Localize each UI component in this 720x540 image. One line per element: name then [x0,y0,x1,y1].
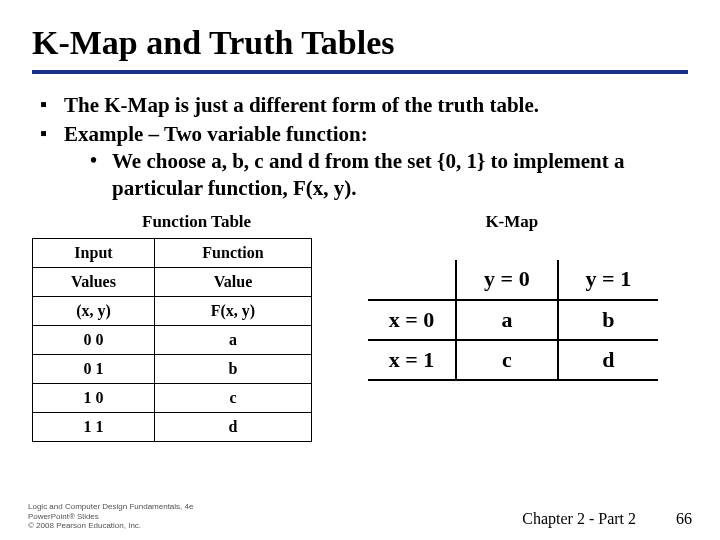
func-xy: 1 0 [33,383,155,412]
table-row: 0 0 a [33,325,312,354]
copyright-block: Logic and Computer Design Fundamentals, … [28,502,193,530]
bullet-2-text: Example – Two variable function: [64,122,368,146]
func-f: c [154,383,311,412]
func-h2a: Values [33,267,155,296]
kmap-blank [368,260,456,300]
function-table-label: Function Table [142,212,251,232]
bullet-2: Example – Two variable function: We choo… [40,121,688,202]
footer-right: Chapter 2 - Part 2 66 [522,510,692,528]
copyright-line: Logic and Computer Design Fundamentals, … [28,502,193,511]
func-xy: 1 1 [33,412,155,441]
copyright-line: © 2008 Pearson Education, Inc. [28,521,193,530]
kmap-y1: y = 1 [558,260,658,300]
func-h3a: (x, y) [33,296,155,325]
copyright-line: PowerPoint® Slides [28,512,193,521]
func-h2b: Value [154,267,311,296]
kmap-cell: c [456,340,558,380]
table-row: 1 1 d [33,412,312,441]
function-table: Input Function Values Value (x, y) F(x, … [32,238,312,442]
func-h3b: F(x, y) [154,296,311,325]
slide-title: K-Map and Truth Tables [32,24,688,62]
bullet-1: The K-Map is just a different form of th… [40,92,688,119]
table-row: 0 1 b [33,354,312,383]
kmap-cell: d [558,340,658,380]
func-h1a: Input [33,238,155,267]
func-f: a [154,325,311,354]
func-f: b [154,354,311,383]
kmap-table: y = 0 y = 1 x = 0 a b x = 1 c d [368,260,658,381]
func-xy: 0 1 [33,354,155,383]
func-h1b: Function [154,238,311,267]
kmap-y0: y = 0 [456,260,558,300]
bullet-list: The K-Map is just a different form of th… [32,92,688,202]
chapter-label: Chapter 2 - Part 2 [522,510,636,527]
kmap-cell: a [456,300,558,340]
page-number: 66 [676,510,692,527]
bullet-2a: We choose a, b, c and d from the set {0,… [90,148,688,202]
table-row: 1 0 c [33,383,312,412]
kmap-label: K-Map [485,212,538,232]
kmap-x1: x = 1 [368,340,456,380]
kmap-x0: x = 0 [368,300,456,340]
func-xy: 0 0 [33,325,155,354]
title-underline [32,70,688,74]
kmap-cell: b [558,300,658,340]
func-f: d [154,412,311,441]
